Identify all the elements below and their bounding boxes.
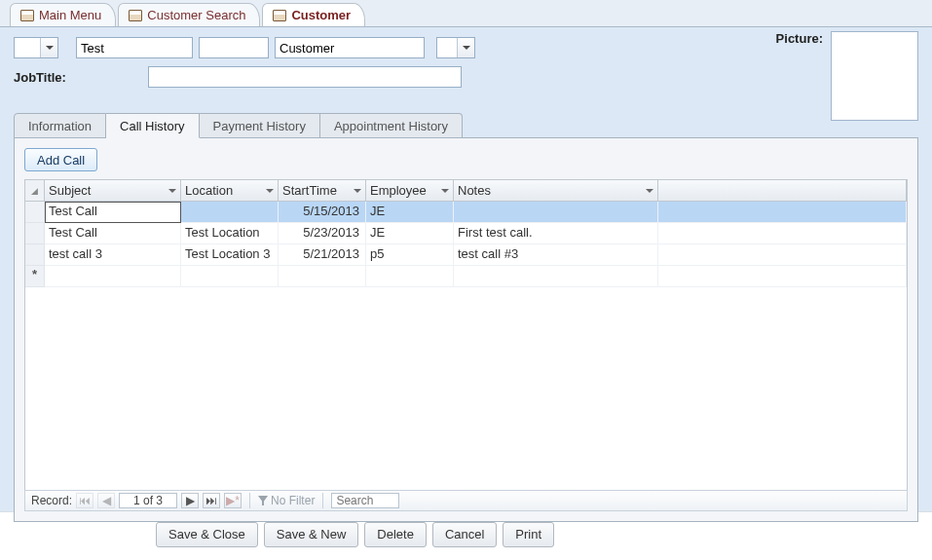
record-label: Record: [31, 494, 72, 507]
last-icon: ⏭ [205, 494, 217, 507]
chevron-down-icon [266, 189, 274, 193]
filter-indicator[interactable]: No Filter [258, 494, 315, 507]
funnel-icon [258, 496, 268, 505]
chevron-down-icon [463, 46, 470, 50]
table-row-new[interactable] [25, 266, 907, 287]
suffix-dropdown[interactable] [436, 37, 475, 58]
cell-subject[interactable] [45, 266, 181, 287]
object-tab-customer[interactable]: Customer [262, 3, 365, 26]
col-header-subject[interactable]: Subject [45, 180, 181, 201]
cell-subject[interactable]: Test Call [45, 223, 181, 244]
cell-notes[interactable] [454, 266, 658, 287]
cell-notes[interactable]: First test call. [454, 223, 658, 244]
prev-icon: ◀ [102, 494, 111, 507]
new-record-icon: ▶* [226, 494, 240, 507]
nav-prev-button[interactable]: ◀ [97, 493, 115, 508]
nav-next-button[interactable]: ▶ [181, 493, 199, 508]
chevron-down-icon [354, 189, 361, 193]
print-button[interactable]: Print [503, 522, 554, 547]
cell-starttime[interactable]: 5/23/2013 [279, 223, 366, 244]
tab-payment-history[interactable]: Payment History [200, 113, 320, 138]
chevron-down-icon [168, 189, 176, 193]
cell-blank [658, 244, 907, 266]
col-header-label: Subject [49, 183, 91, 198]
record-search-box[interactable]: Search [331, 493, 399, 508]
picture-box[interactable] [831, 31, 918, 121]
record-navigator: Record: ⏮ ◀ 1 of 3 ▶ ⏭ ▶* No Filter Sear… [24, 490, 908, 511]
cell-employee[interactable]: JE [366, 223, 454, 244]
cell-employee[interactable]: p5 [366, 244, 454, 266]
nav-first-button[interactable]: ⏮ [76, 493, 93, 508]
save-new-button[interactable]: Save & New [264, 522, 359, 547]
cell-location[interactable] [181, 202, 279, 223]
col-header-label: Employee [370, 183, 427, 198]
cell-blank [658, 202, 907, 223]
col-header-label: StartTime [282, 183, 337, 198]
middle-name-input[interactable] [199, 37, 269, 58]
object-tab-label: Main Menu [39, 8, 101, 22]
dropdown-button[interactable] [457, 38, 474, 57]
object-tab-strip: Main Menu Customer Search Customer [0, 0, 932, 27]
last-name-input[interactable] [275, 37, 425, 58]
tab-label: Appointment History [334, 119, 448, 133]
col-header-employee[interactable]: Employee [366, 180, 454, 201]
cell-location[interactable]: Test Location 3 [181, 244, 279, 266]
row-selector[interactable] [25, 202, 45, 223]
jobtitle-label: JobTitle: [14, 70, 130, 85]
jobtitle-input[interactable] [148, 66, 462, 88]
cell-location[interactable]: Test Location [181, 223, 279, 244]
col-header-location[interactable]: Location [181, 180, 279, 201]
cell-starttime[interactable]: 5/15/2013 [279, 202, 366, 223]
next-icon: ▶ [186, 494, 195, 507]
col-header-label: Location [185, 183, 233, 198]
datasheet-header: ◢ Subject Location StartTime Employee No… [25, 180, 907, 202]
picture-block: Picture: [776, 31, 918, 121]
col-header-notes[interactable]: Notes [454, 180, 658, 201]
cell-blank [658, 223, 907, 244]
dropdown-button[interactable] [40, 38, 57, 57]
delete-button[interactable]: Delete [364, 522, 427, 547]
tab-call-history[interactable]: Call History [106, 113, 199, 138]
cell-starttime[interactable] [279, 266, 366, 287]
cell-employee[interactable]: JE [366, 202, 454, 223]
table-row[interactable]: Test Call 5/15/2013 JE [25, 202, 907, 223]
nav-new-button[interactable]: ▶* [224, 493, 242, 508]
col-header-starttime[interactable]: StartTime [279, 180, 366, 201]
record-position-box[interactable]: 1 of 3 [119, 493, 177, 508]
row-selector[interactable] [25, 244, 45, 266]
table-row[interactable]: test call 3 Test Location 3 5/21/2013 p5… [25, 244, 907, 266]
form-canvas: Picture: JobTitle: Information Call Hist… [0, 27, 932, 511]
cell-subject[interactable]: test call 3 [45, 244, 181, 266]
tab-label: Information [28, 119, 92, 133]
cell-notes[interactable]: test call #3 [454, 244, 658, 266]
first-name-input[interactable] [76, 37, 193, 58]
cell-employee[interactable] [366, 266, 454, 287]
tab-information[interactable]: Information [14, 113, 106, 138]
separator [249, 493, 250, 508]
call-history-datasheet: ◢ Subject Location StartTime Employee No… [24, 179, 908, 491]
cell-location[interactable] [181, 266, 279, 287]
add-call-button[interactable]: Add Call [24, 148, 97, 171]
tab-label: Payment History [213, 119, 306, 133]
chevron-down-icon [441, 189, 449, 193]
prefix-dropdown[interactable] [14, 37, 58, 58]
object-tab-customer-search[interactable]: Customer Search [118, 3, 260, 26]
save-close-button[interactable]: Save & Close [156, 522, 258, 547]
tab-appointment-history[interactable]: Appointment History [320, 113, 463, 138]
form-icon [20, 10, 34, 21]
nav-last-button[interactable]: ⏭ [203, 493, 220, 508]
cell-blank [658, 266, 907, 287]
row-selector-new[interactable] [25, 266, 45, 287]
select-all-corner[interactable]: ◢ [25, 180, 45, 201]
row-selector[interactable] [25, 223, 45, 244]
call-history-panel: Add Call ◢ Subject Location StartTime Em… [14, 137, 918, 522]
tab-label: Call History [120, 119, 184, 133]
cell-subject[interactable]: Test Call [45, 202, 181, 223]
cell-notes[interactable] [454, 202, 658, 223]
object-tab-main-menu[interactable]: Main Menu [10, 3, 116, 26]
cancel-button[interactable]: Cancel [432, 522, 497, 547]
chevron-down-icon [646, 189, 653, 193]
table-row[interactable]: Test Call Test Location 5/23/2013 JE Fir… [25, 223, 907, 244]
picture-label: Picture: [776, 31, 823, 46]
cell-starttime[interactable]: 5/21/2013 [279, 244, 366, 266]
